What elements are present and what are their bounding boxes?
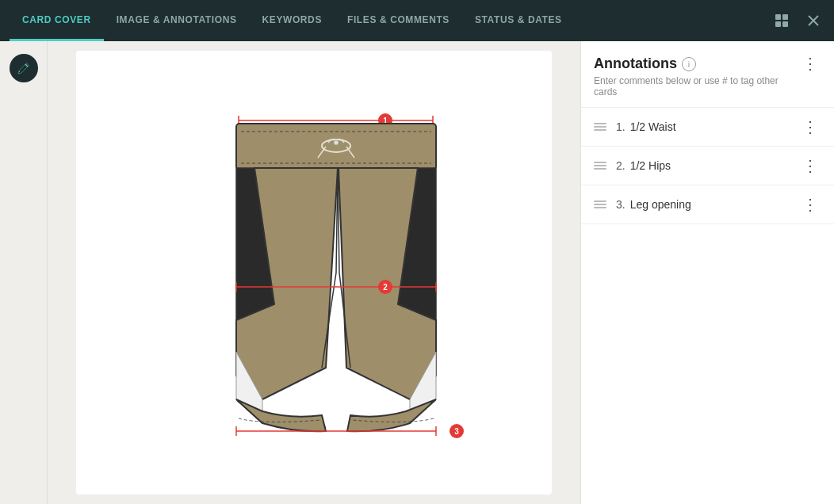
annotation-number: 1.	[616, 120, 626, 133]
drag-handle[interactable]	[594, 123, 606, 131]
item-menu-button[interactable]: ⋮	[799, 158, 821, 174]
panel-menu-button[interactable]: ⋮	[799, 55, 821, 71]
annotation-item[interactable]: 2. 1/2 Hips ⋮	[581, 147, 834, 185]
svg-rect-0	[775, 14, 781, 20]
svg-text:3: 3	[454, 427, 459, 436]
annotation-label: 1/2 Hips	[630, 159, 799, 172]
svg-text:2: 2	[383, 283, 388, 292]
pencil-icon	[17, 62, 30, 74]
grid-icon	[775, 13, 789, 28]
annotation-list: 1. 1/2 Waist ⋮ 2. 1/2 Hips ⋮	[581, 108, 834, 224]
panel-title-row: Annotations i	[594, 55, 799, 72]
drag-handle[interactable]	[594, 162, 606, 170]
close-button[interactable]	[802, 10, 824, 32]
annotation-item[interactable]: 1. 1/2 Waist ⋮	[581, 108, 834, 147]
tab-image-annotations[interactable]: IMAGE & ANNOTATIONS	[104, 0, 250, 41]
svg-rect-11	[236, 124, 436, 170]
panel-title: Annotations	[594, 55, 677, 72]
panel-title-group: Annotations i Enter comments below or us…	[594, 55, 799, 97]
svg-rect-2	[775, 21, 781, 27]
tab-keywords[interactable]: KEYWORDS	[250, 0, 335, 41]
annotation-number: 2.	[616, 159, 626, 172]
annotation-label: 1/2 Waist	[630, 120, 799, 133]
left-sidebar	[0, 41, 48, 504]
edit-button[interactable]	[10, 54, 38, 82]
drag-handle[interactable]	[594, 200, 606, 208]
image-area: 1	[48, 41, 580, 504]
info-icon[interactable]: i	[682, 57, 696, 71]
main-layout: 1	[0, 41, 834, 504]
annotations-panel: Annotations i Enter comments below or us…	[580, 41, 834, 504]
svg-rect-1	[782, 14, 788, 20]
grid-view-button[interactable]	[771, 10, 793, 32]
nav-actions	[771, 10, 824, 32]
item-menu-button[interactable]: ⋮	[799, 197, 821, 212]
item-menu-button[interactable]: ⋮	[799, 119, 821, 135]
tab-status-dates[interactable]: STATUS & DATES	[462, 0, 575, 41]
panel-subtitle: Enter comments below or use # to tag oth…	[594, 75, 799, 97]
svg-rect-3	[782, 21, 788, 27]
annotation-label: Leg opening	[630, 198, 799, 211]
shorts-illustration: 1	[116, 67, 512, 479]
close-icon	[808, 15, 819, 26]
annotation-item[interactable]: 3. Leg opening ⋮	[581, 185, 834, 224]
top-navigation: CARD COVER IMAGE & ANNOTATIONS KEYWORDS …	[0, 0, 834, 41]
panel-header: Annotations i Enter comments below or us…	[581, 41, 834, 108]
tab-card-cover[interactable]: CARD COVER	[10, 0, 104, 41]
svg-point-15	[334, 140, 339, 145]
image-container: 1	[76, 51, 552, 494]
annotation-number: 3.	[616, 198, 626, 211]
tab-files-comments[interactable]: FILES & COMMENTS	[335, 0, 462, 41]
